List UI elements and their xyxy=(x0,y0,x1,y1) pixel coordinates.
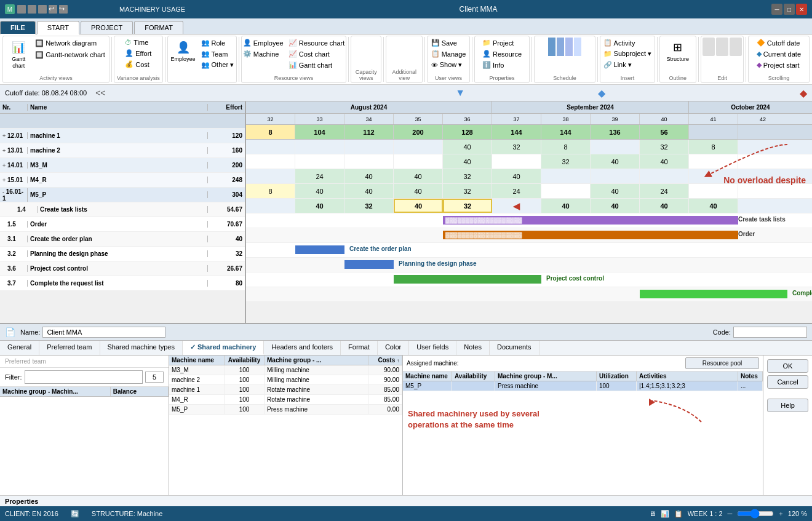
other-btn[interactable]: 👥 Other ▾ xyxy=(199,60,236,70)
table-row[interactable]: 1.5 Order 70.67 xyxy=(0,217,245,232)
tab-format[interactable]: Format xyxy=(341,341,378,355)
link-btn[interactable]: 🔗 Link ▾ xyxy=(602,60,654,70)
info-btn[interactable]: ℹ️ Info xyxy=(480,60,523,70)
table-row[interactable]: 3.1 Create the order plan 40 xyxy=(0,232,245,247)
nav-prev-btn[interactable]: << xyxy=(92,87,109,99)
tab-shared-machine-types[interactable]: Shared machine types xyxy=(100,341,183,355)
pc-table-row[interactable]: M4_R 100 Rotate machine 85.00 xyxy=(169,395,402,405)
code-input[interactable] xyxy=(733,327,807,338)
bar-ext-label-task37: Complete the request list xyxy=(792,290,812,296)
cr-33 xyxy=(295,140,344,154)
table-row[interactable]: 3.2 Planning the design phase 32 xyxy=(0,247,245,261)
edit-icon-3[interactable] xyxy=(730,38,742,56)
rv-notes[interactable]: ... xyxy=(738,381,763,391)
network-diagram-btn[interactable]: 🔲 Network diagram xyxy=(33,38,107,49)
rc-group: Machine group - M... xyxy=(495,372,597,381)
table-row[interactable]: + 12.01 machine 1 120 xyxy=(0,129,245,143)
tab-project[interactable]: PROJECT xyxy=(81,21,133,34)
filter-count[interactable] xyxy=(145,372,164,383)
toolbar-icon-1[interactable] xyxy=(17,5,26,14)
gantt-chart-btn[interactable]: 📊 Gantt chart xyxy=(5,38,32,70)
effort-btn[interactable]: 👤 Effort xyxy=(123,48,153,58)
tab-preferred-team[interactable]: Preferred team xyxy=(39,341,100,355)
table-row[interactable]: + 15.01 M4_R 248 xyxy=(0,173,245,188)
eff-41 xyxy=(689,125,738,139)
edit-icon-2[interactable] xyxy=(716,38,728,56)
show-view-btn[interactable]: 👁 Show ▾ xyxy=(429,60,468,70)
minimize-btn[interactable]: ─ xyxy=(771,4,782,15)
zoom-slider[interactable] xyxy=(737,509,774,519)
save-view-btn[interactable]: 💾 Save xyxy=(429,38,468,48)
role-btn[interactable]: 👥 Role xyxy=(199,38,236,48)
activity-btn[interactable]: 📋 Activity xyxy=(602,38,654,48)
close-btn[interactable]: ✕ xyxy=(796,4,807,15)
subproject-btn[interactable]: 📁 Subproject ▾ xyxy=(602,49,654,59)
current-date-btn[interactable]: ◆ Current date xyxy=(755,49,803,59)
gantt-chart2-btn[interactable]: 📊 Gantt chart xyxy=(287,60,347,70)
tab-shared-machinery[interactable]: ✓ Shared machinery xyxy=(183,341,264,355)
tab-headers-footers[interactable]: Headers and footers xyxy=(264,341,341,355)
machine-btn[interactable]: ⚙️ Machine xyxy=(241,49,285,59)
row-nr: 3.6 xyxy=(0,265,28,272)
toolbar-icon-3[interactable] xyxy=(38,5,47,14)
ribbon-group-capacity: Capacity views xyxy=(351,36,381,83)
properties-bar: Properties xyxy=(0,495,812,507)
employee-res-btn[interactable]: 👤 Employee xyxy=(241,38,285,48)
filter-input[interactable] xyxy=(25,370,143,384)
toolbar-icon-2[interactable] xyxy=(28,5,36,14)
zoom-minus[interactable]: ─ xyxy=(728,510,733,517)
name-input[interactable] xyxy=(42,327,165,338)
table-row[interactable]: + 14.01 M3_M 200 xyxy=(0,158,245,173)
cost-btn[interactable]: 💰 Cost xyxy=(123,59,153,70)
right-table-row[interactable]: M5_P Press machine 100 |1.4;1.5;3.1;3.2;… xyxy=(403,381,763,391)
table-row[interactable]: 3.6 Project cost control 26.67 xyxy=(0,261,245,276)
resource-pool-btn[interactable]: Resource pool xyxy=(685,357,759,369)
resource-chart-btn[interactable]: 📈 Resource chart xyxy=(287,38,347,48)
undo-icon[interactable]: ↩ xyxy=(49,5,57,14)
table-row[interactable]: 1.4 Create task lists 54.67 xyxy=(0,202,245,217)
redo-icon[interactable]: ↪ xyxy=(59,5,68,14)
row-name: Project cost control xyxy=(28,265,208,272)
table-row[interactable]: - 16.01-1 M5_P 304 xyxy=(0,188,245,202)
structure-btn[interactable]: ⊞ Structure xyxy=(664,38,692,64)
tab-user-fields[interactable]: User fields xyxy=(409,341,456,355)
tab-format[interactable]: FORMAT xyxy=(134,21,183,34)
cutoff-date-display: Cutoff date: 08.08.24 08:00 xyxy=(5,89,87,97)
time-btn[interactable]: ⏱ Time xyxy=(123,38,153,47)
table-row[interactable]: + 13.01 machine 2 160 xyxy=(0,143,245,158)
week-36: 36 xyxy=(443,114,492,124)
zoom-plus[interactable]: + xyxy=(779,510,782,517)
pc-table-row[interactable]: M5_P 100 Press machine 0.00 xyxy=(169,405,402,415)
ribbon-group-schedule: Schedule xyxy=(534,36,595,83)
pc-table-row[interactable]: machine 1 100 Rotate machine 85.00 xyxy=(169,385,402,395)
tab-color[interactable]: Color xyxy=(378,341,409,355)
cost-chart-btn[interactable]: 📈 Cost chart xyxy=(287,49,347,59)
manage-view-btn[interactable]: 📋 Manage xyxy=(429,49,468,59)
table-row[interactable]: 3.7 Complete the request list 80 xyxy=(0,276,245,291)
gantt-network-btn[interactable]: 🔲 Gantt-network chart xyxy=(33,49,107,60)
pc-table-row[interactable]: machine 2 100 Milling machine 90.00 xyxy=(169,375,402,385)
tab-file[interactable]: FILE xyxy=(0,21,36,34)
employee-large-btn[interactable]: 👤 Employee xyxy=(169,38,198,64)
tab-start[interactable]: START xyxy=(37,21,79,34)
main-gantt-area: Nr. Name Effort + 12.01 machine 1 120 + … xyxy=(0,101,812,323)
week-header: 32 33 34 35 36 37 38 39 40 41 42 xyxy=(246,114,812,125)
employee-content: 👤 Employee 👥 Role 👥 Team 👥 Other ▾ xyxy=(169,38,236,81)
maximize-btn[interactable]: □ xyxy=(784,4,795,15)
tab-documents[interactable]: Documents xyxy=(490,341,539,355)
edit-icon-1[interactable] xyxy=(703,38,715,56)
month-header: August 2024 September 2024 October 2024 xyxy=(246,101,812,114)
cutoff-date-btn[interactable]: 🔶 Cutoff date xyxy=(755,38,803,48)
pc-table-row[interactable]: M3_M 100 Milling machine 90.00 xyxy=(169,365,402,375)
resource-prop-btn[interactable]: 👤 Resource xyxy=(480,49,523,59)
project-prop-btn[interactable]: 📁 Project xyxy=(480,38,523,48)
ok-btn[interactable]: OK xyxy=(767,359,808,373)
app-title: Client MMA xyxy=(185,5,771,14)
cancel-btn[interactable]: Cancel xyxy=(767,375,808,389)
project-start-btn[interactable]: ◆ Project start xyxy=(755,60,803,70)
tab-notes[interactable]: Notes xyxy=(456,341,490,355)
resource-views-col1: 👤 Employee ⚙️ Machine xyxy=(241,38,285,59)
help-btn[interactable]: Help xyxy=(767,399,808,412)
team-btn[interactable]: 👥 Team xyxy=(199,49,236,59)
tab-general[interactable]: General xyxy=(0,341,39,355)
